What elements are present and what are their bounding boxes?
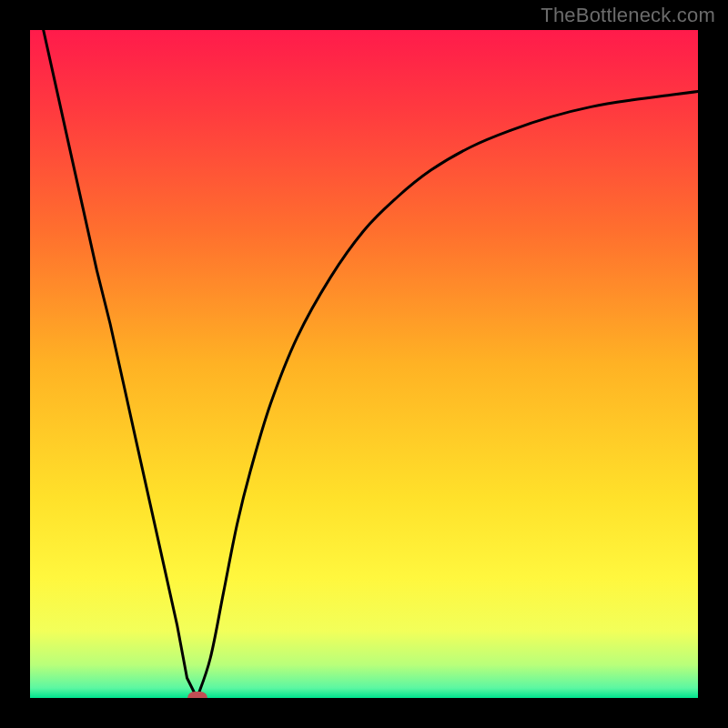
chart-frame: TheBottleneck.com [0, 0, 728, 728]
watermark-text: TheBottleneck.com [541, 4, 715, 27]
minimum-marker [187, 692, 207, 698]
bottleneck-curve [30, 30, 698, 698]
plot-area [30, 30, 698, 698]
